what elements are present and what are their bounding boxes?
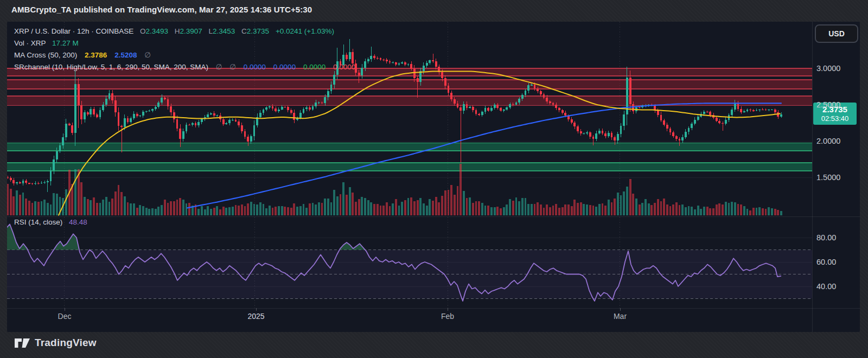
empty-set-icon: ∅ <box>229 63 236 71</box>
tradingview-icon <box>14 336 30 349</box>
bar-countdown: 02:53:40 <box>821 114 849 123</box>
ma200-value: 2.5208 <box>114 51 137 59</box>
symbol-legend-row[interactable]: XRP / U.S. Dollar · 12h · COINBASE O2.34… <box>14 25 355 37</box>
close-label: C <box>241 27 247 35</box>
srchannel-value-1: 0.0000 <box>244 63 266 71</box>
srchannel-value-4: 0.0000 <box>333 63 355 71</box>
ma-cross-legend-row[interactable]: MA Cross (50, 200) 2.3786 2.5208 ∅ <box>14 49 355 61</box>
volume-value: 17.27 M <box>52 39 79 47</box>
open-value: 2.3493 <box>146 27 168 35</box>
srchannel-value-2: 0.0000 <box>273 63 296 71</box>
ma-cross-label: MA Cross (50, 200) <box>14 51 77 59</box>
footer-bar: TradingView <box>0 332 868 358</box>
empty-set-icon: ∅ <box>144 51 151 59</box>
last-price-value: 2.3735 <box>822 104 847 114</box>
tradingview-wordmark: TradingView <box>35 337 97 349</box>
volume-label: Vol · XRP <box>14 39 46 47</box>
srchannel-legend-row[interactable]: SRchannel (10, High/Low, 5, 1, 6, 290, 5… <box>14 61 355 73</box>
srchannel-value-3: 0.0000 <box>303 63 326 71</box>
rsi-value: 48.48 <box>69 218 87 226</box>
symbol-title: XRP / U.S. Dollar · 12h · COINBASE <box>14 27 133 35</box>
attribution-bar: AMBCrypto_TA published on TradingView.co… <box>0 0 868 22</box>
low-label: L <box>208 27 213 35</box>
low-value: 2.3453 <box>213 27 235 35</box>
last-price-badge[interactable]: 2.3735 02:53:40 <box>813 103 857 125</box>
high-value: 2.3907 <box>180 27 202 35</box>
ma50-value: 2.3786 <box>85 51 107 59</box>
change-value: +0.0241 (+1.03%) <box>276 27 334 35</box>
high-label: H <box>175 27 180 35</box>
rsi-label: RSI (14, close) <box>14 218 62 226</box>
srchannel-label: SRchannel (10, High/Low, 5, 1, 6, 290, 5… <box>14 63 208 71</box>
tradingview-logo-link[interactable]: TradingView <box>14 336 97 349</box>
open-label: O <box>140 27 146 35</box>
empty-set-icon: ∅ <box>216 63 222 71</box>
rsi-legend-row[interactable]: RSI (14, close) 48.48 <box>14 217 87 228</box>
volume-legend-row[interactable]: Vol · XRP 17.27 M <box>14 37 355 49</box>
close-value: 2.3735 <box>247 27 269 35</box>
page: AMBCrypto_TA published on TradingView.co… <box>0 0 868 358</box>
legend-panel: XRP / U.S. Dollar · 12h · COINBASE O2.34… <box>14 25 355 73</box>
currency-toggle-button[interactable]: USD <box>815 24 858 43</box>
attribution-text: AMBCrypto_TA published on TradingView.co… <box>11 5 312 14</box>
